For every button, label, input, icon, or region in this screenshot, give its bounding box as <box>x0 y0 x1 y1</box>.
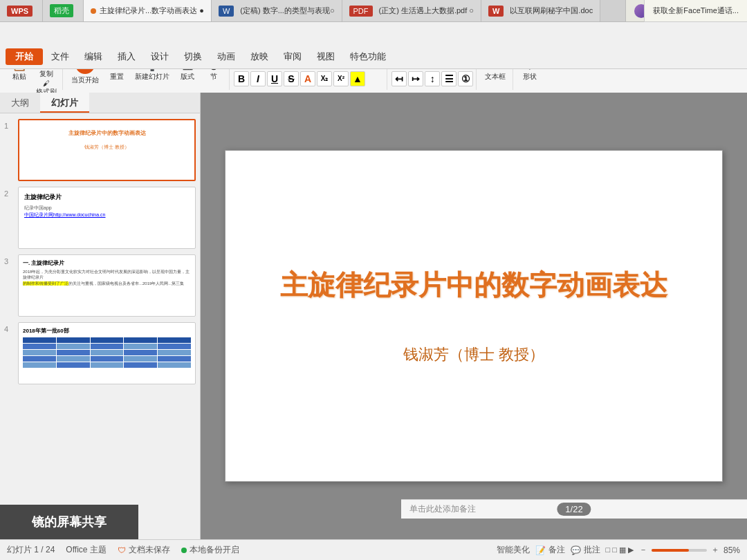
line-spacing-btn[interactable]: ↕ <box>425 71 440 86</box>
ppt-icon <box>91 8 96 14</box>
slide-1-content: 主旋律纪录片中的数字动画表达 钱淑芳（博士 教授） <box>19 120 194 156</box>
theme-item: Office 主题 <box>66 544 106 556</box>
tab-word1[interactable]: W (定稿) 数字...的类型与表现○ <box>212 0 342 22</box>
local-copy-item: 本地备份开启 <box>181 544 239 556</box>
zoom-slider-fill <box>652 549 689 552</box>
zoom-slider[interactable] <box>652 549 707 552</box>
slide-thumb-4[interactable]: 4 2018年第一批60部 <box>4 322 196 384</box>
tab-pdf1[interactable]: PDF (正文) 生活遇上大数据.pdf ○ <box>342 0 481 22</box>
slide-3-body: 2018年起，为充分彰显文化软实力对社会文明与时代发展的深远影响，以呈现中国力量… <box>23 269 191 286</box>
facetime-text: 获取全新FaceTime通话... <box>653 6 739 16</box>
slide-preview-1[interactable]: 主旋律纪录片中的数字动画表达 钱淑芳（博士 教授） <box>18 119 196 181</box>
tab-daotian[interactable]: 稻壳 <box>43 0 84 22</box>
slide-4-content: 2018年第一批60部 <box>19 323 195 372</box>
slide-num-4: 4 <box>4 322 14 333</box>
slide-2-heading: 主旋律纪录片 <box>24 193 190 202</box>
layout-label: 版式 <box>181 72 194 82</box>
slide-count-text: 幻灯片 1 / 24 <box>7 544 55 556</box>
menu-animate[interactable]: 动画 <box>210 48 242 66</box>
pdf-logo: PDF <box>349 6 373 17</box>
notes-icon: 📝 <box>535 545 546 555</box>
slide-thumb-3[interactable]: 3 一. 主旋律纪录片 2018年起，为充分彰显文化软实力对社会文明与时代发展的… <box>4 254 196 317</box>
main-slide[interactable]: 主旋律纪录片中的数字动画表达 钱淑芳（博士 教授） <box>225 150 723 482</box>
panel-tab-outline[interactable]: 大纲 <box>0 93 40 113</box>
status-bar: 幻灯片 1 / 24 Office 主题 🛡 文档未保存 本地备份开启 智能美化… <box>0 539 747 560</box>
strikethrough-btn[interactable]: S <box>284 71 299 86</box>
slide-3-heading: 一. 主旋律纪录片 <box>23 259 191 267</box>
unsaved-text: 文档未保存 <box>129 544 170 556</box>
textbox-label: 文本框 <box>485 72 506 82</box>
wps2-logo: W <box>488 6 504 17</box>
tab-ppt1[interactable]: 主旋律纪录片...数字动画表达 ● <box>84 0 212 22</box>
numbering-btn[interactable]: ① <box>458 71 473 86</box>
notes-placeholder: 单击此处添加备注 <box>409 503 476 515</box>
superscript-btn[interactable]: X² <box>333 71 349 86</box>
slides-list: 1 主旋律纪录片中的数字动画表达 钱淑芳（博士 教授） 2 主旋律纪录片 纪录中… <box>0 113 200 539</box>
italic-btn[interactable]: I <box>250 71 266 86</box>
menu-special[interactable]: 特色功能 <box>343 48 393 66</box>
comments-icon: 💬 <box>571 545 581 555</box>
local-copy-text: 本地备份开启 <box>190 544 239 556</box>
menu-review[interactable]: 审阅 <box>277 48 308 66</box>
menu-file[interactable]: 文件 <box>44 48 76 66</box>
tab-word1-label: (定稿) 数字...的类型与表现○ <box>240 6 334 16</box>
slide-preview-3[interactable]: 一. 主旋律纪录片 2018年起，为充分彰显文化软实力对社会文明与时代发展的深远… <box>18 254 196 317</box>
menu-present[interactable]: 放映 <box>243 48 275 66</box>
slide-count: 幻灯片 1 / 24 <box>7 544 55 556</box>
comments-btn[interactable]: 💬 批注 <box>571 544 600 556</box>
slides-panel: 大纲 幻灯片 1 主旋律纪录片中的数字动画表达 钱淑芳（博士 教授） 2 主旋律… <box>0 93 201 539</box>
comments-label: 批注 <box>584 544 600 556</box>
indent-decrease-btn[interactable]: ↤ <box>391 71 407 86</box>
slide-3-highlight: 的制作和传播受到了广泛 <box>23 281 68 286</box>
tab-wps[interactable]: WPS <box>0 0 43 22</box>
zoom-bar: － ＋ 85% <box>639 544 740 556</box>
slide-4-heading: 2018年第一批60部 <box>23 327 191 335</box>
menu-edit[interactable]: 编辑 <box>77 48 109 66</box>
notes-bar: 单击此处添加备注 1/22 <box>401 499 747 519</box>
menu-switch[interactable]: 切换 <box>177 48 209 66</box>
underline-btn[interactable]: U <box>267 71 282 86</box>
slide-2-text1: 纪录中国app <box>24 205 190 212</box>
menu-insert[interactable]: 插入 <box>111 48 142 66</box>
unsaved-item: 🛡 文档未保存 <box>118 544 170 556</box>
new-slide-label: 新建幻灯片 <box>135 72 169 82</box>
zoom-level: 85% <box>723 545 740 555</box>
shield-icon: 🛡 <box>118 545 126 555</box>
slide-2-link: 中国纪录片网http://www.docuchina.cn <box>24 212 190 218</box>
subscript-btn[interactable]: X₂ <box>317 71 332 86</box>
menu-design[interactable]: 设计 <box>144 48 176 66</box>
highlight-btn[interactable]: ▲ <box>350 71 365 86</box>
indent-increase-btn[interactable]: ↦ <box>408 71 423 86</box>
shape-label: 形状 <box>523 72 537 82</box>
panel-tab-bar: 大纲 幻灯片 <box>0 93 200 113</box>
overlay-banner: 镜的屏幕共享 <box>0 505 138 539</box>
slide-num-1: 1 <box>4 119 14 130</box>
slide-1-title: 主旋律纪录片中的数字动画表达 <box>25 130 189 137</box>
main-slide-author: 钱淑芳（博士 教授） <box>403 344 544 365</box>
slide-thumb-1[interactable]: 1 主旋律纪录片中的数字动画表达 钱淑芳（博士 教授） <box>4 119 196 181</box>
menu-bar: 开始 文件 编辑 插入 设计 切换 动画 放映 审阅 视图 特色功能 <box>0 44 747 69</box>
tab-ppt1-label: 主旋律纪录片...数字动画表达 ● <box>100 6 204 16</box>
slide-preview-4[interactable]: 2018年第一批60部 <box>18 322 196 384</box>
smart-beautify-item[interactable]: 智能美化 <box>497 544 530 556</box>
zoom-decrease-btn[interactable]: － <box>639 544 647 556</box>
view-icons[interactable]: □ □ ▦ ▶ <box>606 545 634 554</box>
notes-btn[interactable]: 📝 备注 <box>535 544 565 556</box>
page-indicator: 1/22 <box>557 503 591 516</box>
slide-thumb-2[interactable]: 2 主旋律纪录片 纪录中国app 中国纪录片网http://www.docuch… <box>4 187 196 249</box>
menu-view[interactable]: 视图 <box>310 48 342 66</box>
list-btn[interactable]: ☰ <box>441 71 456 86</box>
slide-num-2: 2 <box>4 187 14 198</box>
zoom-increase-btn[interactable]: ＋ <box>711 544 719 556</box>
slide-4-table <box>23 337 191 368</box>
daotian-logo: 稻壳 <box>50 4 73 17</box>
spacing-row: ↤ ↦ ↕ ☰ ① <box>391 71 473 86</box>
font-color-btn[interactable]: A <box>300 71 315 86</box>
bold-btn[interactable]: B <box>234 71 249 86</box>
text-format-row: B I U S A X₂ X² ▲ <box>234 71 384 86</box>
start-btn[interactable]: 开始 <box>6 48 43 65</box>
word-logo: W <box>219 6 234 17</box>
panel-tab-slides[interactable]: 幻灯片 <box>40 93 89 113</box>
slide-preview-2[interactable]: 主旋律纪录片 纪录中国app 中国纪录片网http://www.docuchin… <box>18 187 196 249</box>
tab-wps2[interactable]: W 以互联网刷秘字中国.doc <box>481 0 600 22</box>
